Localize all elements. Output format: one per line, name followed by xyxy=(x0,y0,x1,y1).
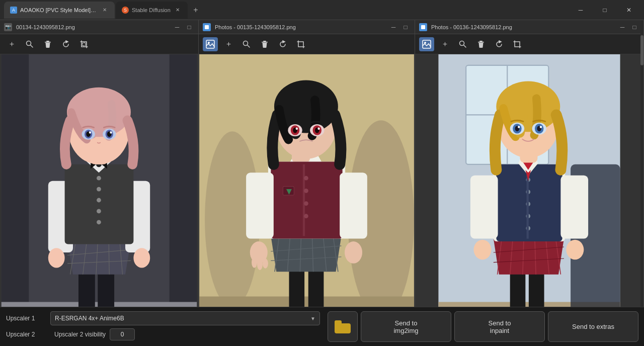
panel3-controls: ─ □ xyxy=(617,23,639,32)
svg-rect-2 xyxy=(46,41,49,42)
svg-marker-4 xyxy=(66,41,68,43)
svg-point-90 xyxy=(345,241,362,264)
panel3-minimize[interactable]: ─ xyxy=(617,23,627,32)
svg-marker-55 xyxy=(283,41,285,43)
upscaler1-select[interactable]: R-ESRGAN 4x+ Anime6B ▼ xyxy=(50,311,320,325)
panel3-crop-btn[interactable] xyxy=(510,37,525,51)
svg-point-92 xyxy=(257,259,263,270)
svg-point-30 xyxy=(97,198,101,203)
panel1-minimize[interactable]: ─ xyxy=(172,23,182,32)
bottom-right: Send to img2img Send to inpaint Send to … xyxy=(326,307,644,346)
svg-point-47 xyxy=(110,131,112,133)
panel1-zoom-btn[interactable] xyxy=(22,37,37,51)
upscaler2-visibility-input[interactable] xyxy=(110,328,135,340)
panel1-add-btn[interactable]: ＋ xyxy=(4,37,19,51)
panel3-icon xyxy=(419,23,427,31)
new-tab-button[interactable]: + xyxy=(189,3,203,17)
send-to-inpaint-button[interactable]: Send to inpaint xyxy=(454,311,545,342)
upscaler2-label: Upscaler 2 xyxy=(6,331,46,338)
panel2-controls: ─ □ xyxy=(388,23,411,32)
panel1-titlebar: 📷 00134-1243095812.png ─ □ xyxy=(0,20,198,34)
svg-rect-5 xyxy=(83,43,86,46)
panel2-minimize[interactable]: ─ xyxy=(388,23,398,32)
image-panel-1: 📷 00134-1243095812.png ─ □ ＋ xyxy=(0,20,199,346)
svg-rect-79 xyxy=(271,161,342,238)
panel2-title: Photos - 00135-1243095812.png xyxy=(215,24,384,30)
close-button[interactable]: ✕ xyxy=(618,3,640,18)
panel1-maximize[interactable]: □ xyxy=(184,23,194,32)
bottom-bar: Upscaler 1 R-ESRGAN 4x+ Anime6B ▼ Upscal… xyxy=(0,307,644,346)
panel2-crop-btn[interactable] xyxy=(293,37,308,51)
panel3-rotate-btn[interactable] xyxy=(492,37,507,51)
panel2-titlebar: Photos - 00135-1243095812.png ─ □ xyxy=(199,20,415,34)
svg-line-108 xyxy=(464,45,466,47)
send-to-img2img-button[interactable]: Send to img2img xyxy=(361,311,451,342)
svg-point-82 xyxy=(304,189,308,193)
panel3-title: Photos - 00136-1243095812.png xyxy=(431,24,613,30)
panel3-add-btn[interactable]: ＋ xyxy=(437,37,452,51)
svg-point-144 xyxy=(473,240,491,260)
panel3-toolbar: ＋ xyxy=(415,34,643,54)
tab-aoaoko[interactable]: A AOAOKO [PVC Style Model] - PV... ✕ xyxy=(4,2,115,19)
svg-point-83 xyxy=(304,201,308,206)
panel1-rotate-btn[interactable] xyxy=(58,37,73,51)
send-to-extras-button[interactable]: Send to extras xyxy=(548,311,638,342)
upscaler2-visibility-label: Upscaler 2 visibility xyxy=(54,331,106,338)
svg-point-32 xyxy=(97,220,101,224)
svg-point-155 xyxy=(518,126,520,128)
tab-stable-diffusion[interactable]: S Stable Diffusion ✕ xyxy=(116,2,188,19)
panel2-delete-btn[interactable] xyxy=(257,37,272,51)
panel1-icon: 📷 xyxy=(4,23,12,31)
svg-point-103 xyxy=(317,128,319,130)
svg-point-29 xyxy=(97,187,101,192)
panel2-maximize[interactable]: □ xyxy=(400,23,411,32)
send-to-inpaint-label: Send to inpaint xyxy=(489,319,511,334)
panel3-image-icon[interactable] xyxy=(419,37,434,51)
minimize-button[interactable]: ─ xyxy=(570,3,592,18)
send-to-img2img-label: Send to img2img xyxy=(393,319,418,334)
upscaler2-row: Upscaler 2 Upscaler 2 visibility xyxy=(6,328,320,340)
svg-rect-110 xyxy=(478,42,484,43)
svg-point-145 xyxy=(566,240,584,260)
svg-rect-143 xyxy=(560,176,588,239)
svg-rect-54 xyxy=(262,42,268,43)
svg-rect-48 xyxy=(205,25,209,29)
panel1-title: 00134-1243095812.png xyxy=(16,24,168,30)
svg-point-28 xyxy=(97,176,101,181)
tab1-close[interactable]: ✕ xyxy=(101,6,109,14)
svg-marker-111 xyxy=(499,41,501,43)
panel1-delete-btn[interactable] xyxy=(40,37,55,51)
panel2-zoom-btn[interactable] xyxy=(239,37,254,51)
svg-point-46 xyxy=(89,131,91,133)
scrollbar-thumb[interactable] xyxy=(640,35,643,65)
panel1-toolbar: ＋ xyxy=(0,34,198,54)
tab2-favicon: S xyxy=(122,7,129,14)
main-area: 📷 00134-1243095812.png ─ □ ＋ xyxy=(0,20,644,346)
browser-chrome: A AOAOKO [PVC Style Model] - PV... ✕ S S… xyxy=(0,0,644,20)
panel3-image-area xyxy=(415,54,643,346)
svg-rect-109 xyxy=(479,41,482,42)
svg-rect-88 xyxy=(340,172,367,238)
panel2-rotate-btn[interactable] xyxy=(275,37,290,51)
panel3-maximize[interactable]: □ xyxy=(629,23,639,32)
panel3-titlebar: Photos - 00136-1243095812.png ─ □ xyxy=(415,20,643,34)
tab2-label: Stable Diffusion xyxy=(132,7,171,13)
panel1-crop-btn[interactable] xyxy=(76,37,92,51)
panel1-image-area xyxy=(0,54,198,346)
panel3-zoom-btn[interactable] xyxy=(455,37,470,51)
bottom-left: Upscaler 1 R-ESRGAN 4x+ Anime6B ▼ Upscal… xyxy=(0,307,326,346)
svg-line-52 xyxy=(248,45,250,47)
svg-rect-142 xyxy=(470,176,498,239)
maximize-button[interactable]: □ xyxy=(594,3,616,18)
panel2-image xyxy=(199,54,415,346)
folder-button[interactable] xyxy=(328,311,358,342)
panel1-controls: ─ □ xyxy=(172,23,194,32)
panel3-scrollbar[interactable] xyxy=(640,20,643,346)
svg-rect-53 xyxy=(263,41,266,42)
panel3-delete-btn[interactable] xyxy=(473,37,489,51)
tab2-close[interactable]: ✕ xyxy=(174,6,182,14)
panel2-image-icon[interactable] xyxy=(203,37,218,51)
panel2-add-btn[interactable]: ＋ xyxy=(221,37,236,51)
svg-point-156 xyxy=(540,126,542,128)
svg-point-102 xyxy=(296,128,298,130)
